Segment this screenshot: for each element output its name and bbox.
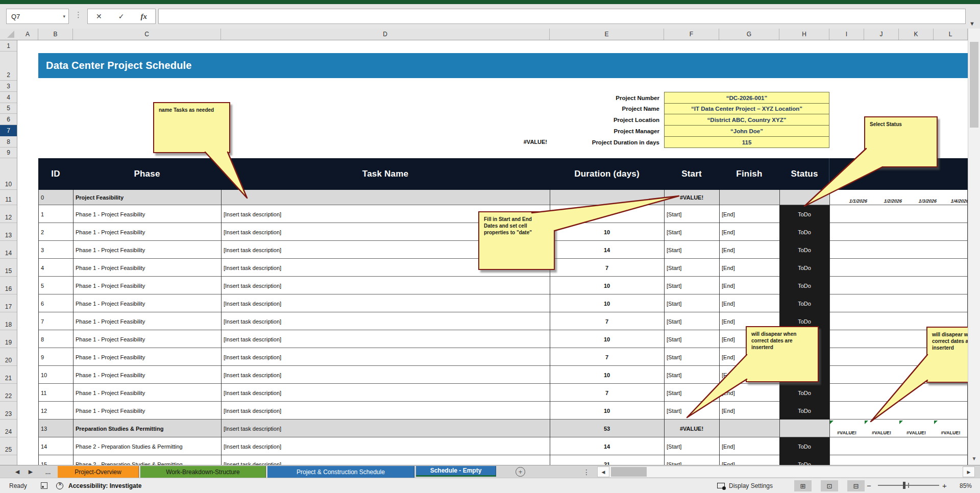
row-header-4[interactable]: 4 — [0, 92, 17, 103]
column-header-A[interactable]: A — [17, 29, 38, 40]
vertical-scroll-thumb[interactable] — [970, 42, 978, 128]
cell-id[interactable]: 5 — [38, 277, 73, 294]
column-header-B[interactable]: B — [38, 29, 73, 40]
cell-id[interactable]: 10 — [38, 366, 73, 384]
callout-note[interactable]: name Tasks as needed — [153, 102, 230, 153]
tab-nav-ellipsis[interactable]: … — [42, 465, 54, 478]
cell-task[interactable]: [Insert task description] — [221, 402, 550, 420]
cell-phase[interactable]: Phase 1 - Project Feasibility — [73, 277, 221, 294]
page-break-view-icon[interactable]: ⊟ — [847, 480, 865, 491]
cell-id[interactable]: 4 — [38, 259, 73, 277]
row-header-18[interactable]: 18 — [0, 312, 17, 330]
column-header-F[interactable]: F — [664, 29, 719, 40]
cell-phase[interactable]: Phase 1 - Project Feasibility — [73, 330, 221, 348]
cell-finish[interactable]: [End] — [719, 455, 779, 465]
cell-start[interactable]: [Start] — [664, 294, 719, 312]
column-header-L[interactable]: L — [934, 29, 968, 40]
cell-finish[interactable]: [End] — [719, 277, 779, 294]
horizontal-scroll-thumb[interactable] — [611, 467, 647, 477]
cell-phase[interactable]: Phase 1 - Project Feasibility — [73, 348, 221, 366]
cell-task[interactable]: [Insert task description] — [221, 437, 550, 455]
title-banner[interactable]: Data Center Project Schedule — [38, 53, 968, 78]
cell-task[interactable]: [Insert task description] — [221, 366, 550, 384]
cell-status[interactable]: ToDo — [779, 294, 829, 312]
cell-start[interactable]: [Start] — [664, 348, 719, 366]
cell-status[interactable]: ToDo — [779, 241, 829, 259]
cell-start[interactable]: #VALUE! — [664, 420, 719, 437]
cell-duration[interactable]: 7 — [550, 384, 664, 402]
cell-phase[interactable]: Phase 1 - Project Feasibility — [73, 294, 221, 312]
project-info-value[interactable]: “DC-2026-001” — [664, 92, 829, 104]
column-header-E[interactable]: E — [550, 29, 664, 40]
cell-phase[interactable]: Phase 2 - Preparation Studies & Permitti… — [73, 455, 221, 465]
project-info-value[interactable]: 115 — [664, 136, 829, 148]
cell-id[interactable]: 15 — [38, 455, 73, 465]
cell-start[interactable]: [Start] — [664, 402, 719, 420]
cell-id[interactable]: 14 — [38, 437, 73, 455]
project-info-value[interactable]: “District ABC, Country XYZ” — [664, 114, 829, 126]
cell-duration[interactable]: 14 — [550, 241, 664, 259]
zoom-in-icon[interactable]: + — [942, 478, 947, 493]
cell-task[interactable]: [Insert task description] — [221, 384, 550, 402]
page-layout-view-icon[interactable]: ⊡ — [821, 480, 838, 491]
zoom-slider-thumb[interactable] — [903, 482, 905, 489]
cell-status[interactable]: ToDo — [779, 259, 829, 277]
cell-finish[interactable]: [End] — [719, 259, 779, 277]
column-header-K[interactable]: K — [899, 29, 934, 40]
cell-status[interactable]: ToDo — [779, 277, 829, 294]
cell-status[interactable]: ToDo — [779, 384, 829, 402]
column-header-D[interactable]: D — [221, 29, 550, 40]
cell-task[interactable]: [Insert task description] — [221, 348, 550, 366]
cell-phase[interactable]: Phase 1 - Project Feasibility — [73, 223, 221, 241]
horizontal-scrollbar[interactable] — [609, 466, 963, 477]
cell-start[interactable]: #VALUE! — [664, 190, 719, 205]
cell-status[interactable]: ToDo — [779, 402, 829, 420]
column-header-J[interactable]: J — [864, 29, 899, 40]
cell-phase[interactable]: Phase 1 - Project Feasibility — [73, 402, 221, 420]
row-header-16[interactable]: 16 — [0, 277, 17, 294]
macro-record-icon[interactable] — [41, 478, 47, 493]
cell-task[interactable]: [Insert task description] — [221, 312, 550, 330]
row-header-2[interactable]: 2 — [0, 52, 17, 81]
cell-id[interactable]: 0 — [38, 190, 73, 205]
row-header-12[interactable]: 12 — [0, 205, 17, 223]
cell-task[interactable]: [Insert task description] — [221, 330, 550, 348]
cell-start[interactable]: [Start] — [664, 259, 719, 277]
cell-id[interactable]: 7 — [38, 312, 73, 330]
zoom-out-icon[interactable]: − — [867, 478, 871, 493]
row-header-8[interactable]: 8 — [0, 136, 17, 147]
hscroll-right-icon[interactable]: ▶ — [963, 466, 975, 477]
callout-note[interactable]: Fill in Start and End Dates and set cell… — [478, 211, 555, 270]
cell-finish[interactable]: [End] — [719, 205, 779, 223]
cell-id[interactable]: 13 — [38, 420, 73, 437]
row-header-10[interactable]: 10 — [0, 158, 17, 190]
tabbar-menu-icon[interactable]: ⋮ — [583, 465, 590, 478]
cell-start[interactable]: [Start] — [664, 205, 719, 223]
cell-id[interactable]: 8 — [38, 330, 73, 348]
cell-id[interactable]: 9 — [38, 348, 73, 366]
cell-finish[interactable]: [End] — [719, 223, 779, 241]
zoom-level[interactable]: 85% — [951, 478, 972, 493]
cell-task[interactable]: [Insert task description] — [221, 420, 550, 437]
cell-duration[interactable]: 10 — [550, 223, 664, 241]
row-header-22[interactable]: 22 — [0, 384, 17, 402]
row-header-5[interactable]: 5 — [0, 103, 17, 114]
row-header-7[interactable]: 7 — [0, 125, 17, 136]
normal-view-icon[interactable]: ⊞ — [794, 480, 812, 491]
tab-nav-right-icon[interactable]: ▶ — [26, 465, 36, 478]
row-header-14[interactable]: 14 — [0, 241, 17, 259]
cell-duration[interactable]: 53 — [550, 420, 664, 437]
cell-phase[interactable]: Project Feasibility — [73, 190, 221, 205]
cell-duration[interactable]: 21 — [550, 455, 664, 465]
cell-phase[interactable]: Phase 1 - Project Feasibility — [73, 241, 221, 259]
cell-phase[interactable]: Phase 1 - Project Feasibility — [73, 312, 221, 330]
cell-status[interactable]: ToDo — [779, 437, 829, 455]
cell-finish[interactable]: [End] — [719, 402, 779, 420]
cell-start[interactable]: [Start] — [664, 277, 719, 294]
row-header-25[interactable]: 25 — [0, 437, 17, 455]
new-sheet-icon[interactable]: + — [516, 467, 525, 477]
cell-status[interactable]: ToDo — [779, 223, 829, 241]
cell-start[interactable]: [Start] — [664, 366, 719, 384]
display-settings-label[interactable]: Display Settings — [729, 478, 773, 493]
cell-start[interactable]: [Start] — [664, 384, 719, 402]
